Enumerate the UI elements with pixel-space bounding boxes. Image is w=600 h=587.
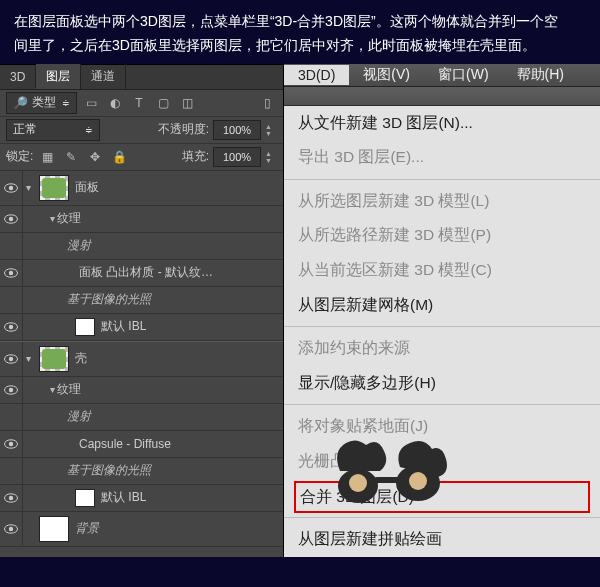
layer-name: 背景 — [75, 520, 99, 537]
layer-name: 漫射 — [67, 237, 91, 254]
svg-point-11 — [9, 387, 13, 391]
instruction-text-2: 间里了，之后在3D面板里选择两图层，把它们居中对齐，此时面板被掩埋在壳里面。 — [14, 37, 536, 53]
menu-snap-to-ground[interactable]: 将对象贴紧地面(J) — [284, 409, 600, 444]
lock-label: 锁定: — [6, 148, 33, 165]
lock-all-icon[interactable]: 🔒 — [109, 148, 129, 166]
layer-name: 纹理 — [57, 381, 81, 398]
menu-add-constraint-source[interactable]: 添加约束的来源 — [284, 331, 600, 366]
menu-new-3d-from-path[interactable]: 从所选路径新建 3D 模型(P) — [284, 218, 600, 253]
filter-adjust-icon[interactable]: ◐ — [105, 94, 125, 112]
menu-header-strip — [284, 87, 600, 106]
menu-new-3d-from-selection[interactable]: 从当前选区新建 3D 模型(C) — [284, 253, 600, 288]
layer-name: 漫射 — [67, 408, 91, 425]
visibility-toggle[interactable] — [0, 260, 23, 286]
layer-name: 纹理 — [57, 210, 81, 227]
layer-thumb — [39, 516, 69, 542]
menu-new-3d-from-file[interactable]: 从文件新建 3D 图层(N)... — [284, 106, 600, 141]
menu-show-hide-polygons[interactable]: 显示/隐藏多边形(H) — [284, 366, 600, 401]
disclosure-icon[interactable]: ▾ — [47, 384, 57, 395]
layer-row[interactable]: 漫射 — [0, 404, 283, 431]
visibility-toggle[interactable] — [0, 171, 23, 205]
lock-transparent-icon[interactable]: ▦ — [37, 148, 57, 166]
menubar-help[interactable]: 帮助(H) — [503, 64, 578, 86]
menu-divider — [284, 326, 600, 327]
svg-point-9 — [9, 356, 13, 360]
fill-label: 填充: — [182, 148, 209, 165]
svg-point-7 — [9, 324, 13, 328]
layer-row[interactable]: ▾ 纹理 — [0, 377, 283, 404]
visibility-spacer — [0, 287, 23, 313]
fill-input[interactable]: 100% — [213, 147, 261, 167]
menubar-3d[interactable]: 3D(D) — [284, 65, 349, 85]
layer-name: 默认 IBL — [101, 318, 146, 335]
layer-kind-select[interactable]: 🔎 类型 ≑ — [6, 92, 77, 114]
opacity-input[interactable]: 100% — [213, 120, 261, 140]
fill-stepper[interactable]: ▲▼ — [265, 148, 275, 166]
filter-smart-icon[interactable]: ◫ — [177, 94, 197, 112]
visibility-toggle[interactable] — [0, 342, 23, 376]
tab-channels[interactable]: 通道 — [81, 64, 126, 89]
layer-row[interactable]: 面板 凸出材质 - 默认纹… — [0, 260, 283, 287]
layer-name: 默认 IBL — [101, 489, 146, 506]
menu-merge-3d-layers-highlight: 合并 3D 图层(D) — [294, 481, 590, 514]
layer-name: 基于图像的光照 — [67, 291, 151, 308]
blend-mode-select[interactable]: 正常 ≑ — [6, 119, 100, 141]
layer-name: 壳 — [75, 350, 87, 367]
layer-row[interactable]: ▾ 纹理 — [0, 206, 283, 233]
menubar-view[interactable]: 视图(V) — [349, 64, 424, 86]
filter-shape-icon[interactable]: ▢ — [153, 94, 173, 112]
layer-row[interactable]: 默认 IBL — [0, 314, 283, 341]
opacity-label: 不透明度: — [158, 121, 209, 138]
layer-row[interactable]: 漫射 — [0, 233, 283, 260]
disclosure-icon[interactable]: ▾ — [23, 353, 33, 364]
filter-toggle[interactable]: ▯ — [257, 94, 277, 112]
svg-point-13 — [9, 441, 13, 445]
svg-point-5 — [9, 270, 13, 274]
visibility-toggle[interactable] — [0, 377, 23, 403]
layer-row[interactable]: Capsule - Diffuse — [0, 431, 283, 458]
visibility-spacer — [0, 404, 23, 430]
svg-point-1 — [9, 185, 13, 189]
tab-layers[interactable]: 图层 — [36, 64, 81, 89]
layer-group-2[interactable]: ▾ 壳 — [0, 342, 283, 377]
visibility-toggle[interactable] — [0, 485, 23, 511]
lock-paint-icon[interactable]: ✎ — [61, 148, 81, 166]
layer-row[interactable]: 基于图像的光照 — [0, 287, 283, 314]
kind-label: 类型 — [32, 94, 56, 111]
menu-3d-dropdown: 从文件新建 3D 图层(N)... 导出 3D 图层(E)... 从所选图层新建… — [284, 106, 600, 557]
menu-export-3d-layer[interactable]: 导出 3D 图层(E)... — [284, 140, 600, 175]
menu-new-tile-paint[interactable]: 从图层新建拼贴绘画 — [284, 522, 600, 557]
layer-name: 面板 凸出材质 - 默认纹… — [79, 264, 213, 281]
layer-thumb — [75, 489, 95, 507]
layer-thumb — [39, 175, 69, 201]
filter-pixel-icon[interactable]: ▭ — [81, 94, 101, 112]
layer-thumb — [75, 318, 95, 336]
layers-panel: 3D 图层 通道 🔎 类型 ≑ ▭ ◐ T ▢ ◫ ▯ 正常 ≑ 不透明度: — [0, 64, 283, 557]
tab-3d[interactable]: 3D — [0, 66, 36, 88]
layer-name: 面板 — [75, 179, 99, 196]
menubar-window[interactable]: 窗口(W) — [424, 64, 503, 86]
menu-new-mesh-from-layer[interactable]: 从图层新建网格(M) — [284, 288, 600, 323]
opacity-stepper[interactable]: ▲▼ — [265, 121, 275, 139]
menu-new-3d-from-layer[interactable]: 从所选图层新建 3D 模型(L) — [284, 184, 600, 219]
lock-move-icon[interactable]: ✥ — [85, 148, 105, 166]
layer-group-1[interactable]: ▾ 面板 — [0, 171, 283, 206]
svg-point-15 — [9, 495, 13, 499]
layer-row[interactable]: 基于图像的光照 — [0, 458, 283, 485]
layer-row[interactable]: 默认 IBL — [0, 485, 283, 512]
layer-background[interactable]: 背景 — [0, 512, 283, 547]
menu-merge-3d-layers[interactable]: 合并 3D 图层(D) — [300, 488, 414, 505]
visibility-toggle[interactable] — [0, 431, 23, 457]
visibility-toggle[interactable] — [0, 206, 23, 232]
svg-point-17 — [9, 526, 13, 530]
filter-text-icon[interactable]: T — [129, 94, 149, 112]
disclosure-icon[interactable]: ▾ — [47, 213, 57, 224]
blend-mode-value: 正常 — [13, 121, 37, 138]
disclosure-icon[interactable]: ▾ — [23, 182, 33, 193]
menu-raster-extrude[interactable]: 光栅凸出(U) — [284, 444, 600, 479]
visibility-toggle[interactable] — [0, 314, 23, 340]
chevron-down-icon: ≑ — [62, 98, 70, 108]
visibility-toggle[interactable] — [0, 512, 23, 546]
instruction-text-1: 在图层面板选中两个3D图层，点菜单栏里“3D-合并3D图层”。这两个物体就合并到… — [14, 13, 558, 29]
visibility-spacer — [0, 458, 23, 484]
